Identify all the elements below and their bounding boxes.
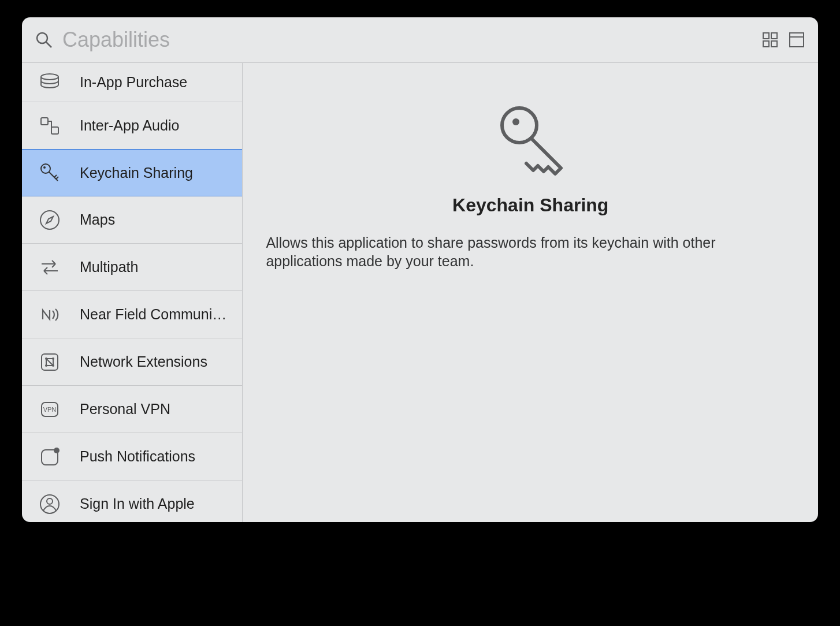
svg-rect-5 — [771, 41, 777, 47]
svg-point-13 — [40, 211, 59, 229]
grid-view-icon[interactable] — [761, 31, 779, 49]
content: In-App Purchase Inter-App Audio — [22, 63, 818, 522]
svg-point-26 — [512, 118, 519, 125]
svg-text:VPN: VPN — [43, 406, 57, 413]
capabilities-window: In-App Purchase Inter-App Audio — [22, 17, 818, 522]
sidebar-item-inter-app-audio[interactable]: Inter-App Audio — [22, 102, 242, 150]
svg-point-12 — [43, 166, 46, 169]
panel-view-icon[interactable] — [788, 31, 805, 49]
svg-rect-6 — [790, 33, 804, 47]
detail-icon-wrap — [266, 103, 795, 178]
key-large-icon — [493, 103, 568, 178]
svg-line-1 — [46, 42, 51, 47]
coins-icon — [38, 71, 61, 94]
detail-title: Keychain Sharing — [266, 195, 795, 216]
svg-rect-10 — [51, 127, 58, 134]
sidebar-item-multipath[interactable]: Multipath — [22, 244, 242, 291]
search-icon — [35, 31, 53, 49]
sidebar-item-label: Keychain Sharing — [80, 165, 228, 181]
nfc-icon — [38, 303, 61, 326]
sidebar-item-label: Push Notifications — [80, 448, 228, 465]
sidebar-item-in-app-purchase[interactable]: In-App Purchase — [22, 63, 242, 102]
audio-icon — [38, 114, 61, 137]
svg-point-0 — [37, 33, 47, 43]
detail-description: Allows this application to share passwor… — [266, 233, 795, 270]
vpn-icon: VPN — [38, 398, 61, 421]
sidebar: In-App Purchase Inter-App Audio — [22, 63, 243, 522]
svg-rect-9 — [41, 118, 48, 125]
sidebar-item-label: Sign In with Apple — [80, 495, 228, 512]
arrows-icon — [38, 256, 61, 279]
sidebar-item-network-extensions[interactable]: Network Extensions — [22, 338, 242, 386]
sidebar-item-nfc[interactable]: Near Field Communication Tag R... — [22, 291, 242, 338]
push-icon — [38, 445, 61, 468]
person-icon — [38, 493, 61, 516]
sidebar-item-personal-vpn[interactable]: VPN Personal VPN — [22, 386, 242, 433]
sidebar-item-label: Network Extensions — [80, 353, 228, 370]
svg-point-22 — [54, 448, 60, 453]
sidebar-item-label: Multipath — [80, 259, 228, 275]
svg-point-8 — [41, 74, 58, 80]
sidebar-item-label: Near Field Communication Tag R... — [80, 306, 228, 323]
detail-pane: Keychain Sharing Allows this application… — [243, 63, 818, 522]
sidebar-item-label: Personal VPN — [80, 401, 228, 418]
sidebar-item-label: In-App Purchase — [80, 74, 228, 91]
search-input[interactable] — [62, 28, 752, 52]
svg-rect-2 — [763, 33, 769, 39]
svg-rect-3 — [771, 33, 777, 39]
sidebar-item-label: Inter-App Audio — [80, 117, 228, 134]
sidebar-item-push-notifications[interactable]: Push Notifications — [22, 433, 242, 480]
network-icon — [38, 351, 61, 374]
svg-rect-4 — [763, 41, 769, 47]
sidebar-item-sign-in-with-apple[interactable]: Sign In with Apple — [22, 480, 242, 522]
sidebar-item-label: Maps — [80, 211, 228, 228]
capability-list: In-App Purchase Inter-App Audio — [22, 63, 242, 522]
svg-point-24 — [47, 498, 53, 504]
key-icon — [38, 161, 61, 184]
sidebar-item-maps[interactable]: Maps — [22, 196, 242, 244]
compass-icon — [38, 208, 61, 232]
sidebar-item-keychain-sharing[interactable]: Keychain Sharing — [22, 149, 242, 196]
toolbar — [22, 17, 818, 63]
